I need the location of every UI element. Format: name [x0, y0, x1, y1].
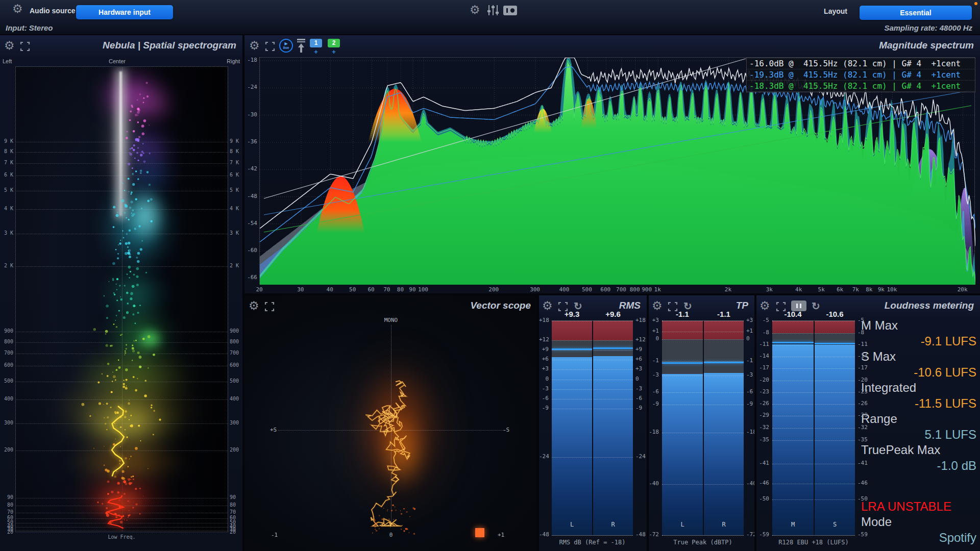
loudness-stat-value: -9.1 LUFS	[861, 333, 976, 349]
nebula-left-label: Left	[3, 58, 12, 64]
vectorscope-title: Vector scope	[470, 300, 531, 311]
loudness-title: Loudness metering	[885, 300, 974, 311]
freq-tick-label: 30	[292, 286, 309, 293]
rms-panel-tick-right: +12	[635, 336, 646, 343]
nebula-freq-tick-right: 7 K	[230, 160, 239, 165]
curve-1-badge[interactable]: 1	[310, 39, 322, 47]
tp-panel-tick-left: +1	[649, 328, 659, 334]
meter-channel-label: M	[772, 521, 814, 528]
tp-gear-icon[interactable]: ⚙	[652, 300, 663, 312]
mixer-sliders-icon[interactable]	[487, 5, 499, 16]
nebula-plot[interactable]	[15, 66, 228, 532]
loudness-panel-tick-left: -17	[756, 364, 769, 371]
loudness-panel-value-S: -10.6	[815, 310, 855, 318]
loudness-panel-tick-right: -11	[857, 341, 868, 347]
loudness-panel-tick-left: -8	[756, 329, 769, 336]
loudness-panel-tick-left: -32	[756, 424, 769, 431]
tp-panel-value-L: -1.1	[662, 310, 703, 318]
nebula-freq-tick-right: 3 K	[230, 230, 239, 236]
nebula-bottom-label: Low Freq.	[15, 534, 228, 540]
nebula-freq-tick-left: 500	[1, 378, 13, 384]
magnitude-fullscreen-icon[interactable]	[264, 41, 276, 52]
nebula-freq-tick-right: 4 K	[230, 206, 239, 211]
magnitude-title: Magnitude spectrum	[879, 40, 974, 51]
freq-tick-label: 10k	[883, 286, 900, 293]
settings-gear-icon[interactable]: ⚙	[470, 4, 480, 16]
loudness-panel-tick-left: -26	[756, 400, 769, 407]
nebula-freq-tick-right: 800	[230, 339, 239, 344]
curve-2-add-button[interactable]: +	[328, 48, 340, 56]
rms-panel-tick-right: +18	[635, 317, 646, 323]
loudness-mode-value[interactable]: Spotify	[861, 530, 976, 545]
freq-tick-label: 5k	[813, 286, 830, 293]
tp-panel: ⚙ ↻ TP True Peak (dBTP) +3+3+1+100-1-1-3…	[649, 295, 754, 551]
loudness-panel-tick-right: -41	[857, 460, 868, 466]
db-tick-label: -24	[246, 84, 257, 90]
rms-panel-tick-left: -48	[539, 531, 549, 538]
nebula-fullscreen-icon[interactable]	[19, 41, 31, 52]
rms-panel-tick-left: -6	[539, 395, 549, 402]
live-button[interactable]: ▶ live	[279, 39, 293, 53]
loudness-lra-warning: LRA UNSTABLE	[861, 498, 976, 514]
loudness-panel-tick-left: -46	[756, 480, 769, 486]
meter-gray-zone	[815, 333, 855, 343]
essential-button[interactable]: Essential	[860, 6, 972, 20]
nebula-center-label: Center	[109, 58, 126, 64]
meter-red-zone	[662, 321, 703, 339]
magnitude-panel: ⚙ ▶ live 1 + 2 + Magnitude spectrum -16.…	[244, 35, 980, 293]
freq-tick-label: 20	[251, 286, 268, 293]
curve-2-badge[interactable]: 2	[328, 39, 340, 47]
rms-panel-tick-right: 0	[635, 375, 639, 382]
move-to-top-icon[interactable]	[297, 39, 306, 53]
freq-tick-label: 6k	[831, 286, 849, 293]
nebula-freq-tick-right: 300	[230, 420, 239, 425]
freq-tick-label: 4k	[790, 286, 807, 293]
loudness-panel-tick-left: -5	[756, 317, 769, 323]
tp-panel-tick-left: -9	[649, 400, 659, 407]
rms-gear-icon[interactable]: ⚙	[542, 300, 553, 312]
meter-channel-label: L	[662, 521, 703, 528]
nebula-gear-icon[interactable]: ⚙	[4, 40, 15, 52]
meter-divider	[814, 321, 815, 535]
meter-fill	[593, 356, 633, 535]
nebula-freq-tick-left: 400	[1, 396, 13, 402]
nebula-freq-tick-left: 7 K	[1, 160, 13, 165]
curve-1-add-button[interactable]: +	[310, 48, 322, 56]
freq-tick-label: 600	[597, 286, 614, 293]
meter-gridline	[552, 535, 633, 536]
db-tick-label: -30	[246, 111, 257, 118]
db-tick-label: -18	[246, 57, 257, 63]
nebula-freq-tick-right: 5 K	[230, 187, 239, 193]
layout-label: Layout	[815, 7, 847, 15]
db-tick-label: -60	[246, 247, 257, 254]
tp-panel-tick-right: +3	[746, 317, 753, 323]
meter-red-zone	[552, 321, 592, 340]
rms-panel-value-L: +9.3	[552, 310, 592, 318]
rms-panel-tick-right: +9	[635, 346, 642, 353]
vectorscope-fullscreen-icon[interactable]	[264, 301, 275, 312]
rms-panel-tick-left: +18	[539, 317, 549, 323]
loudness-panel-tick-right: -20	[857, 377, 868, 383]
loudness-panel-tick-left: -20	[756, 377, 769, 383]
loudness-stat-row: S Max-10.6 LUFS	[861, 349, 976, 380]
hardware-input-button[interactable]: Hardware input	[76, 5, 173, 19]
audio-source-gear-icon[interactable]: ⚙	[12, 3, 23, 15]
freq-tick-label: 300	[526, 286, 544, 293]
sampling-rate-label: Sampling rate: 48000 Hz	[884, 23, 972, 32]
readout-row: -18.3dB @ 415.5Hz (82.1 cm) | G# 4 +1cen…	[747, 81, 975, 92]
tp-panel-channel-R: R	[704, 321, 744, 535]
meter-peak-line	[662, 362, 703, 364]
loudness-stat-label: S Max	[861, 349, 976, 364]
loudness-gear-icon[interactable]: ⚙	[760, 300, 770, 312]
io-routing-icon[interactable]	[503, 6, 517, 15]
loudness-panel-tick-right: -46	[857, 480, 868, 486]
meter-divider	[592, 321, 593, 535]
nebula-freq-tick-right: 90	[230, 494, 236, 500]
vectorscope-gear-icon[interactable]: ⚙	[249, 300, 259, 312]
rms-panel-tick-left: -24	[539, 453, 549, 460]
magnitude-gear-icon[interactable]: ⚙	[249, 40, 260, 52]
loudness-stats: M Max-9.1 LUFSS Max-10.6 LUFSIntegrated-…	[861, 318, 976, 473]
nebula-freq-tick-left: 600	[1, 362, 13, 368]
loudness-panel-tick-right: -23	[857, 388, 868, 395]
meter-peak-line	[593, 347, 633, 349]
